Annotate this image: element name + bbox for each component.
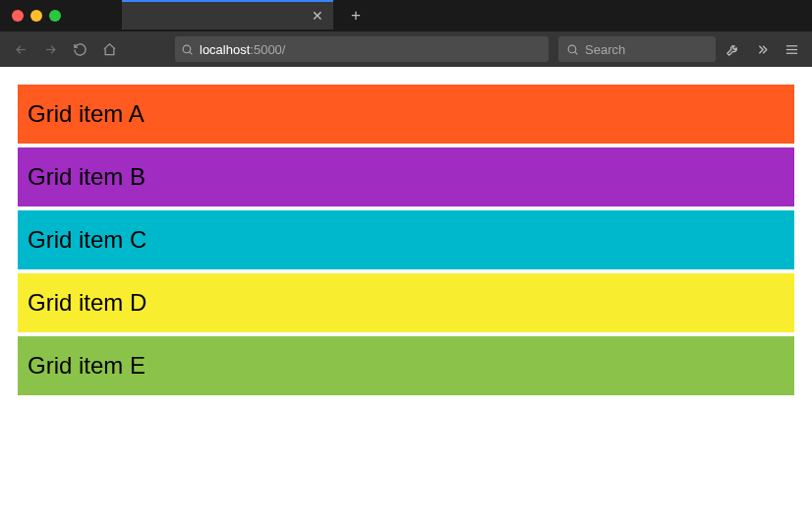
window-maximize-button[interactable] <box>49 10 61 22</box>
search-placeholder: Search <box>585 42 625 57</box>
overflow-button[interactable] <box>749 36 775 62</box>
search-icon <box>566 43 579 56</box>
arrow-right-icon <box>43 42 58 57</box>
grid-item: Grid item E <box>18 336 794 395</box>
address-bar[interactable]: localhost:5000/ <box>175 36 549 62</box>
grid-item: Grid item B <box>18 147 794 206</box>
grid-item-label: Grid item A <box>28 100 145 128</box>
window-minimize-button[interactable] <box>30 10 42 22</box>
page-viewport: Grid item AGrid item BGrid item CGrid it… <box>0 67 812 529</box>
grid-item-label: Grid item D <box>28 289 146 317</box>
developer-tools-button[interactable] <box>720 36 745 62</box>
browser-toolbar: localhost:5000/ Search <box>0 31 812 67</box>
grid-item-label: Grid item E <box>28 352 145 380</box>
grid-item: Grid item D <box>18 273 794 332</box>
forward-button[interactable] <box>37 36 63 62</box>
back-button[interactable] <box>8 36 33 62</box>
browser-tab[interactable]: ✕ <box>122 0 333 29</box>
svg-point-0 <box>183 45 191 53</box>
new-tab-button[interactable]: + <box>342 0 370 31</box>
arrow-left-icon <box>14 42 29 57</box>
grid-item: Grid item A <box>18 85 794 144</box>
url-text: localhost:5000/ <box>200 42 285 57</box>
chevron-double-right-icon <box>755 42 770 57</box>
window-titlebar: ✕ + <box>0 0 812 31</box>
home-icon <box>102 42 117 57</box>
menu-button[interactable] <box>779 36 804 62</box>
home-button[interactable] <box>96 36 122 62</box>
traffic-lights <box>0 0 61 31</box>
search-icon <box>181 43 194 56</box>
close-icon[interactable]: ✕ <box>312 9 323 23</box>
grid-item: Grid item C <box>18 210 794 269</box>
grid-container: Grid item AGrid item BGrid item CGrid it… <box>18 85 794 395</box>
grid-item-label: Grid item C <box>28 226 146 254</box>
wrench-icon <box>725 42 740 57</box>
svg-point-1 <box>568 45 576 53</box>
grid-item-label: Grid item B <box>28 163 145 191</box>
reload-icon <box>73 42 87 57</box>
window-close-button[interactable] <box>12 10 24 22</box>
search-bar[interactable]: Search <box>558 36 716 62</box>
reload-button[interactable] <box>67 36 92 62</box>
hamburger-icon <box>784 42 799 57</box>
plus-icon: + <box>351 6 361 26</box>
